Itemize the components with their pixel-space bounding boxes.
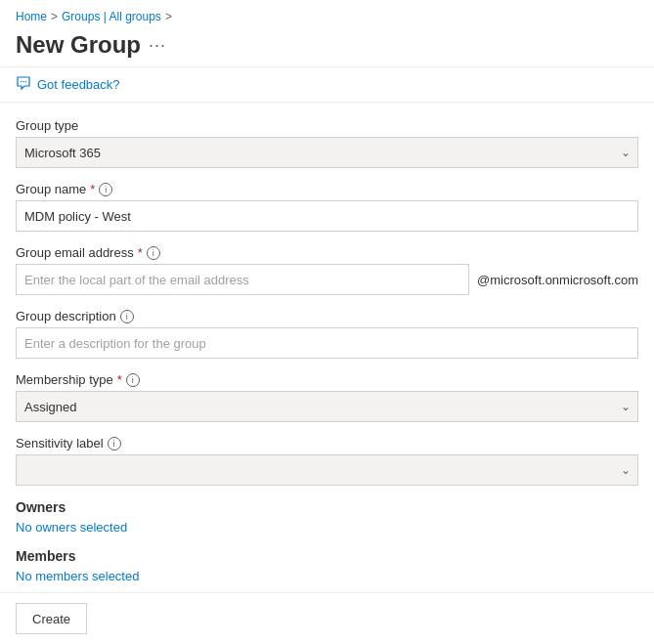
owners-section: Owners No owners selected — [16, 499, 638, 535]
members-section: Members No members selected — [16, 548, 638, 583]
group-email-label: Group email address * i — [16, 245, 638, 260]
group-email-info-icon[interactable]: i — [147, 246, 160, 260]
create-button[interactable]: Create — [16, 603, 87, 634]
group-type-select[interactable]: Microsoft 365 Security Mail-enabled secu… — [16, 137, 638, 168]
breadcrumb-sep-1: > — [51, 10, 58, 23]
page-wrapper: Home > Groups | All groups > New Group ·… — [0, 0, 654, 644]
group-name-label: Group name * i — [16, 182, 638, 196]
group-description-label: Group description i — [16, 309, 638, 323]
no-members-link[interactable]: No members selected — [16, 569, 139, 583]
sensitivity-label-select[interactable] — [16, 454, 638, 486]
sensitivity-label-field: Sensitivity label i ⌄ — [16, 436, 638, 486]
svg-point-1 — [22, 81, 23, 82]
breadcrumb: Home > Groups | All groups > — [0, 0, 654, 27]
feedback-bar[interactable]: Got feedback? — [0, 67, 654, 102]
group-type-label: Group type — [16, 118, 638, 133]
membership-type-select[interactable]: Assigned Dynamic User Dynamic Device — [16, 391, 638, 422]
group-type-select-wrapper: Microsoft 365 Security Mail-enabled secu… — [16, 137, 638, 168]
group-type-field: Group type Microsoft 365 Security Mail-e… — [16, 118, 638, 168]
group-email-input[interactable] — [16, 264, 469, 295]
group-name-info-icon[interactable]: i — [99, 183, 112, 196]
sensitivity-label-select-wrapper: ⌄ — [16, 454, 638, 486]
group-description-field: Group description i — [16, 309, 638, 359]
sensitivity-label-info-icon[interactable]: i — [108, 437, 121, 451]
group-name-input[interactable] — [16, 200, 638, 232]
email-input-row: @microsoft.onmicrosoft.com — [16, 264, 638, 295]
group-name-required: * — [90, 182, 95, 196]
group-name-field: Group name * i — [16, 182, 638, 232]
sensitivity-label-label: Sensitivity label i — [16, 436, 638, 451]
group-email-field: Group email address * i @microsoft.onmic… — [16, 245, 638, 295]
form-scroll-area[interactable]: Group type Microsoft 365 Security Mail-e… — [0, 103, 654, 592]
no-owners-link[interactable]: No owners selected — [16, 520, 127, 535]
membership-type-label: Membership type * i — [16, 372, 638, 387]
page-header: New Group ··· — [0, 27, 654, 66]
group-description-info-icon[interactable]: i — [120, 310, 134, 323]
footer-bar: Create — [0, 592, 654, 644]
svg-point-2 — [25, 81, 26, 82]
breadcrumb-home[interactable]: Home — [16, 10, 47, 23]
membership-type-field: Membership type * i Assigned Dynamic Use… — [16, 372, 638, 422]
page-title: New Group — [16, 31, 141, 59]
group-description-input[interactable] — [16, 327, 638, 359]
group-email-required: * — [138, 245, 143, 260]
owners-label: Owners — [16, 499, 638, 515]
members-label: Members — [16, 548, 638, 564]
membership-type-info-icon[interactable]: i — [126, 373, 140, 387]
breadcrumb-groups[interactable]: Groups | All groups — [62, 10, 161, 23]
more-options-icon[interactable]: ··· — [149, 35, 166, 56]
email-domain: @microsoft.onmicrosoft.com — [477, 273, 638, 287]
membership-type-required: * — [117, 372, 122, 387]
feedback-label: Got feedback? — [37, 77, 120, 92]
breadcrumb-sep-2: > — [165, 10, 172, 23]
membership-type-select-wrapper: Assigned Dynamic User Dynamic Device ⌄ — [16, 391, 638, 422]
feedback-icon — [16, 75, 31, 94]
svg-point-0 — [21, 81, 22, 82]
